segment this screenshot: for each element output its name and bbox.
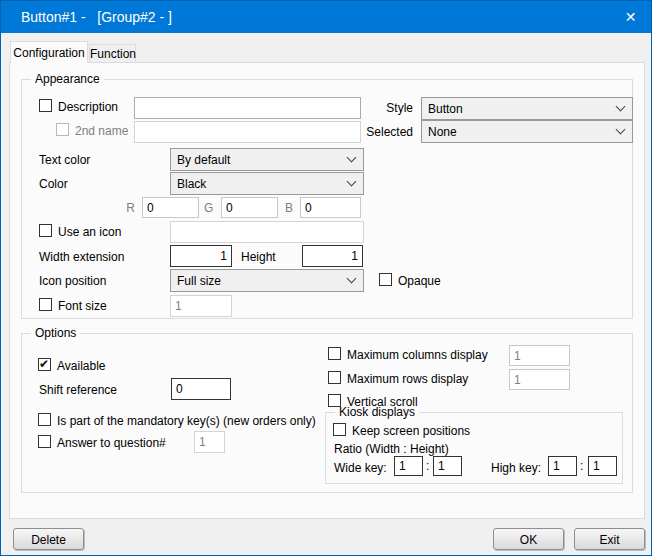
shift-reference-input[interactable] <box>171 378 231 400</box>
selected-label: Selected <box>341 125 413 139</box>
exit-button[interactable]: Exit <box>574 528 645 550</box>
appearance-legend: Appearance <box>31 72 104 86</box>
description-label: Description <box>58 100 118 114</box>
description-checkbox[interactable] <box>39 99 52 112</box>
max-columns-checkbox[interactable] <box>328 347 341 360</box>
wide-key-input-2[interactable] <box>433 456 462 476</box>
ok-button[interactable]: OK <box>493 528 564 550</box>
high-key-label: High key: <box>491 461 541 475</box>
titlebar[interactable]: Button#1 - [Group#2 - ] ✕ <box>1 1 652 33</box>
style-dropdown-value: Button <box>428 102 463 116</box>
window-title: Button#1 - [Group#2 - ] <box>21 1 172 33</box>
b-input[interactable] <box>300 197 361 218</box>
selected-dropdown[interactable]: None <box>421 120 633 143</box>
keep-screen-positions-checkbox[interactable] <box>333 423 346 436</box>
tab-configuration[interactable]: Configuration <box>10 41 88 63</box>
tab-function[interactable]: Function <box>89 44 136 62</box>
color-label: Color <box>39 177 68 191</box>
style-dropdown[interactable]: Button <box>421 97 633 120</box>
text-color-dropdown-value: By default <box>177 153 230 167</box>
height-input[interactable] <box>302 245 363 267</box>
available-label: Available <box>57 359 105 373</box>
text-color-dropdown[interactable]: By default <box>170 148 364 171</box>
wide-key-colon: : <box>426 459 429 473</box>
max-columns-input[interactable] <box>509 345 570 366</box>
high-key-colon: : <box>580 459 583 473</box>
icon-position-dropdown[interactable]: Full size <box>170 269 364 292</box>
width-extension-input[interactable] <box>170 245 232 267</box>
mandatory-key-label: Is part of the mandatory key(s) (new ord… <box>57 414 316 428</box>
high-key-input-2[interactable] <box>588 456 617 476</box>
chevron-down-icon <box>347 177 357 187</box>
keep-screen-positions-label: Keep screen positions <box>352 424 470 438</box>
ratio-label: Ratio (Width : Height) <box>334 442 449 456</box>
available-checkbox[interactable] <box>38 358 51 371</box>
dialog-window: Button#1 - [Group#2 - ] ✕ Configuration … <box>0 0 652 556</box>
second-name-label: 2nd name <box>75 124 128 138</box>
icon-position-label: Icon position <box>39 274 106 288</box>
vertical-scroll-label: Vertical scroll <box>347 395 418 409</box>
max-rows-label: Maximum rows display <box>347 372 468 386</box>
options-legend: Options <box>31 326 80 340</box>
opaque-label: Opaque <box>398 274 441 288</box>
color-dropdown-value: Black <box>177 177 206 191</box>
r-label: R <box>119 201 135 215</box>
second-name-checkbox[interactable] <box>56 123 69 136</box>
icon-position-dropdown-value: Full size <box>177 274 221 288</box>
answer-question-checkbox[interactable] <box>38 435 51 448</box>
second-name-input[interactable] <box>134 121 361 143</box>
color-dropdown[interactable]: Black <box>170 172 364 195</box>
use-icon-label: Use an icon <box>58 225 121 239</box>
selected-dropdown-value: None <box>428 125 457 139</box>
chevron-down-icon <box>347 153 357 163</box>
description-input[interactable] <box>134 97 361 119</box>
font-size-label: Font size <box>58 299 107 313</box>
width-extension-label: Width extension <box>39 250 124 264</box>
mandatory-key-checkbox[interactable] <box>38 413 51 426</box>
style-label: Style <box>341 101 413 115</box>
g-label: G <box>204 201 213 215</box>
height-label: Height <box>241 250 276 264</box>
vertical-scroll-checkbox[interactable] <box>328 394 341 407</box>
max-rows-checkbox[interactable] <box>328 371 341 384</box>
chevron-down-icon <box>347 274 357 284</box>
close-button[interactable]: ✕ <box>608 1 652 33</box>
use-icon-checkbox[interactable] <box>39 224 52 237</box>
font-size-checkbox[interactable] <box>39 298 52 311</box>
answer-question-input[interactable] <box>194 431 225 453</box>
delete-button[interactable]: Delete <box>13 528 84 550</box>
wide-key-input-1[interactable] <box>394 456 423 476</box>
max-columns-label: Maximum columns display <box>347 348 488 362</box>
max-rows-input[interactable] <box>509 369 570 390</box>
answer-question-label: Answer to question# <box>57 436 166 450</box>
chevron-down-icon <box>616 102 626 112</box>
use-icon-input[interactable] <box>170 221 364 243</box>
wide-key-label: Wide key: <box>334 461 387 475</box>
close-icon: ✕ <box>625 9 637 25</box>
g-input[interactable] <box>221 197 278 218</box>
opaque-checkbox[interactable] <box>379 273 392 286</box>
chevron-down-icon <box>616 125 626 135</box>
shift-reference-label: Shift reference <box>39 383 117 397</box>
r-input[interactable] <box>142 197 199 218</box>
high-key-input-1[interactable] <box>548 456 577 476</box>
font-size-input[interactable] <box>170 295 232 317</box>
text-color-label: Text color <box>39 153 90 167</box>
b-label: B <box>285 201 293 215</box>
